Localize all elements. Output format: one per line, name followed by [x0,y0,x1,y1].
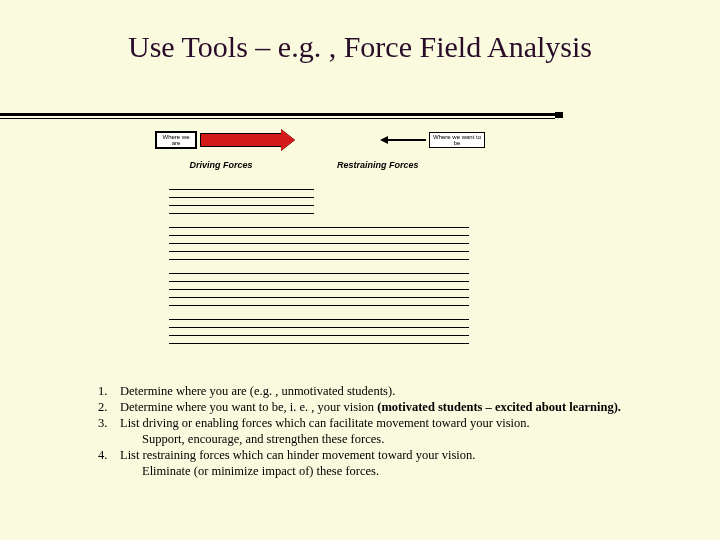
blank-line [169,206,314,214]
step-text-bold: (motivated students – excited about lear… [377,400,621,414]
steps-list: 1. Determine where you are (e.g. , unmot… [98,383,690,479]
blank-line [169,236,469,244]
page-title: Use Tools – e.g. , Force Field Analysis [0,0,720,64]
blank-line [169,274,469,282]
step-2: 2. Determine where you want to be, i. e.… [98,399,690,415]
blank-line [169,252,469,260]
step-text: List driving or enabling forces which ca… [120,415,690,431]
step-3: 3. List driving or enabling forces which… [98,415,690,431]
title-underline-cap [555,112,563,118]
step-number: 1. [98,383,120,399]
driving-arrow-icon [200,133,282,147]
slide: Use Tools – e.g. , Force Field Analysis … [0,0,720,540]
blank-line [169,228,469,236]
where-we-are-box: Where we are [155,131,197,150]
step-text: Determine where you want to be, i. e. , … [120,399,690,415]
blank-line [169,220,469,228]
step-3-sub: Support, encourage, and strengthen these… [98,431,690,447]
blank-line [169,190,314,198]
blank-line [169,328,469,336]
worksheet-lines [169,182,469,344]
step-number: 3. [98,415,120,431]
title-underline [0,113,555,116]
blank-line [169,282,469,290]
restraining-arrow-icon [388,139,426,141]
blank-line [169,198,314,206]
step-text: Determine where you are (e.g. , unmotiva… [120,383,690,399]
step-text: List restraining forces which can hinder… [120,447,690,463]
blank-line [169,244,469,252]
blank-line [169,290,469,298]
blank-line [169,312,469,320]
blank-line [169,298,469,306]
where-we-want-box: Where we want to be [429,132,485,149]
diagram-captions: Driving Forces Restraining Forces [155,160,485,170]
step-number: 2. [98,399,120,415]
step-1: 1. Determine where you are (e.g. , unmot… [98,383,690,399]
blank-line [169,182,314,190]
step-number: 4. [98,447,120,463]
restraining-forces-label: Restraining Forces [317,160,485,170]
driving-forces-label: Driving Forces [155,160,287,170]
step-4-sub: Eliminate (or minimize impact of) these … [98,463,690,479]
blank-line [169,266,469,274]
diagram-top-row: Where we are Where we want to be [155,123,485,157]
blank-line [169,336,469,344]
step-text-pre: Determine where you want to be, i. e. , … [120,400,377,414]
step-4: 4. List restraining forces which can hin… [98,447,690,463]
force-field-diagram: Where we are Where we want to be Driving… [155,123,485,363]
blank-line [169,320,469,328]
